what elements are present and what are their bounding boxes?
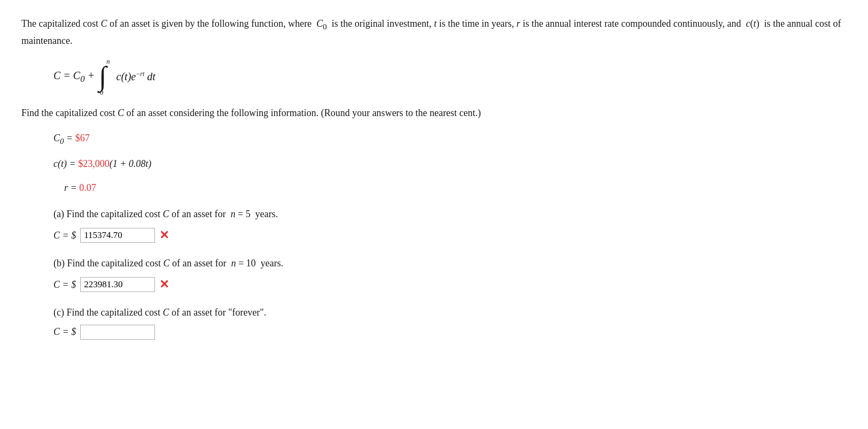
ct-row: c(t) = $23,000(1 + 0.08t): [53, 156, 847, 172]
intro-paragraph: The capitalized cost C of an asset is gi…: [21, 16, 847, 48]
c0-equals: =: [66, 133, 75, 143]
main-formula: C = C0 + n ∫ 0 c(t)e−rt dt: [53, 58, 847, 95]
c0-label: C0: [53, 133, 64, 143]
r-label: r: [64, 182, 68, 193]
ct-equals: =: [69, 158, 79, 169]
c0-value: $67: [75, 133, 90, 143]
ct-label: c: [53, 158, 58, 169]
part-a-label: (a) Find the capitalized cost C of an as…: [53, 206, 847, 223]
part-b-input[interactable]: [80, 277, 155, 292]
part-b-eq-label: C = $: [53, 277, 76, 293]
part-c-label: (c) Find the capitalized cost C of an as…: [53, 304, 847, 321]
part-a-section: (a) Find the capitalized cost C of an as…: [21, 206, 847, 246]
part-a-wrong-icon: ✕: [159, 225, 169, 245]
part-c-answer-row: C = $: [53, 324, 847, 340]
part-c-eq-label: C = $: [53, 324, 76, 340]
part-b-wrong-icon: ✕: [159, 274, 169, 294]
ct-cont: (1 + 0.08t): [110, 158, 152, 169]
r-value: 0.07: [79, 182, 96, 193]
find-instruction: Find the capitalized cost C of an asset …: [21, 105, 847, 121]
given-values-section: C0 = $67 c(t) = $23,000(1 + 0.08t) r = 0…: [53, 130, 847, 196]
part-c-section: (c) Find the capitalized cost C of an as…: [21, 304, 847, 340]
part-b-answer-row: C = $ ✕: [53, 274, 847, 294]
integrand-expression: c(t)e−rt dt: [117, 67, 156, 86]
part-a-eq-label: C = $: [53, 227, 76, 244]
ct-value: $23,000: [78, 158, 110, 169]
integral-symbol: n ∫ 0: [99, 58, 110, 95]
part-c-input[interactable]: [80, 325, 155, 340]
c0-row: C0 = $67: [53, 130, 847, 148]
formula-lhs: C = C0 +: [53, 66, 95, 87]
part-a-input[interactable]: [80, 228, 155, 243]
part-b-label: (b) Find the capitalized cost C of an as…: [53, 255, 847, 272]
r-equals: =: [71, 182, 80, 193]
r-row: r = 0.07: [64, 180, 847, 196]
part-b-section: (b) Find the capitalized cost C of an as…: [21, 255, 847, 295]
part-a-answer-row: C = $ ✕: [53, 225, 847, 245]
